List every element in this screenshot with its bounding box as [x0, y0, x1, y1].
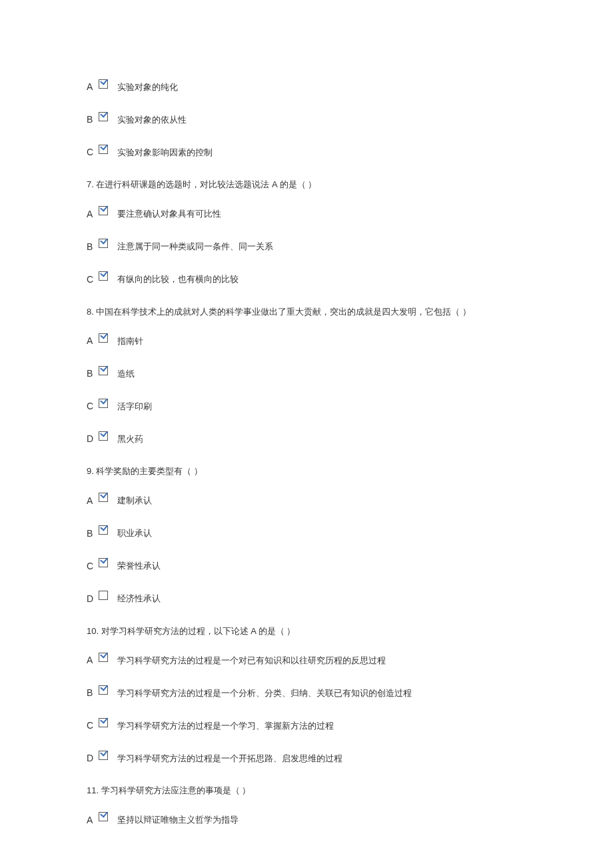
option-letter: A	[87, 813, 96, 827]
option-letter: C	[87, 559, 96, 573]
option-text: 实验对象的纯化	[117, 81, 178, 94]
question-text: 10. 对学习科学研究方法的过程，以下论述 A 的是（ ）	[87, 625, 526, 638]
option-row: A学习科学研究方法的过程是一个对已有知识和以往研究历程的反思过程	[87, 653, 526, 667]
option-letter: B	[87, 240, 96, 254]
checkbox-icon[interactable]	[99, 493, 108, 502]
checkbox-icon[interactable]	[99, 751, 108, 760]
checkbox-icon[interactable]	[99, 525, 108, 535]
option-letter: D	[87, 751, 96, 765]
option-row: A要注意确认对象具有可比性	[87, 207, 526, 221]
checkbox-icon[interactable]	[99, 206, 108, 215]
checkbox-icon[interactable]	[99, 399, 108, 408]
option-letter: C	[87, 273, 96, 287]
option-text: 指南针	[117, 335, 143, 348]
option-text: 学习科学研究方法的过程是一个开拓思路、启发思维的过程	[117, 752, 342, 765]
option-row: A坚持以辩证唯物主义哲学为指导	[87, 813, 526, 827]
question-text: 7. 在进行科研课题的选题时，对比较法选题说法 A 的是（ ）	[87, 178, 526, 191]
checkbox-icon[interactable]	[99, 812, 108, 821]
option-row: C活字印刷	[87, 399, 526, 413]
option-row: B注意属于同一种类或同一条件、同一关系	[87, 240, 526, 254]
option-row: A建制承认	[87, 494, 526, 508]
checkbox-icon[interactable]	[99, 431, 108, 441]
option-row: A指南针	[87, 334, 526, 348]
option-text: 荣誉性承认	[117, 559, 161, 573]
option-text: 学习科学研究方法的过程是一个分析、分类、归纳、关联已有知识的创造过程	[117, 687, 412, 700]
option-text: 实验对象的依从性	[117, 113, 187, 127]
option-text: 坚持以辩证唯物主义哲学为指导	[117, 813, 239, 827]
checkbox-icon[interactable]	[99, 685, 108, 695]
option-row: D学习科学研究方法的过程是一个开拓思路、启发思维的过程	[87, 751, 526, 765]
option-text: 要注意确认对象具有可比性	[117, 207, 221, 221]
option-row: C荣誉性承认	[87, 559, 526, 573]
checkbox-icon[interactable]	[99, 239, 108, 248]
option-letter: C	[87, 145, 96, 159]
question-text: 8. 中国在科学技术上的成就对人类的科学事业做出了重大贡献，突出的成就是四大发明…	[87, 305, 526, 319]
option-letter: A	[87, 80, 96, 94]
checkbox-icon[interactable]	[99, 271, 108, 281]
option-letter: A	[87, 207, 96, 221]
option-letter: B	[87, 527, 96, 541]
checkbox-icon[interactable]	[99, 558, 108, 567]
option-text: 注意属于同一种类或同一条件、同一关系	[117, 240, 273, 253]
option-letter: D	[87, 432, 96, 446]
option-text: 经济性承认	[117, 592, 161, 605]
option-letter: B	[87, 686, 96, 700]
option-letter: D	[87, 592, 96, 606]
checkbox-icon[interactable]	[99, 366, 108, 375]
option-row: B实验对象的依从性	[87, 113, 526, 127]
option-row: D经济性承认	[87, 592, 526, 606]
option-text: 造纸	[117, 367, 135, 381]
option-text: 实验对象影响因素的控制	[117, 146, 213, 159]
option-row: D黑火药	[87, 432, 526, 446]
option-row: C学习科学研究方法的过程是一个学习、掌握新方法的过程	[87, 719, 526, 733]
question-list: A实验对象的纯化B实验对象的依从性C实验对象影响因素的控制7. 在进行科研课题的…	[87, 80, 526, 827]
checkbox-icon[interactable]	[99, 79, 108, 89]
question-text: 9. 科学奖励的主要类型有（ ）	[87, 465, 526, 478]
checkbox-icon[interactable]	[99, 112, 108, 121]
option-row: C有纵向的比较，也有横向的比较	[87, 273, 526, 287]
option-row: B职业承认	[87, 527, 526, 541]
option-row: B学习科学研究方法的过程是一个分析、分类、归纳、关联已有知识的创造过程	[87, 686, 526, 700]
option-text: 有纵向的比较，也有横向的比较	[117, 273, 239, 286]
checkbox-icon[interactable]	[99, 333, 108, 343]
option-letter: C	[87, 399, 96, 413]
option-row: C实验对象影响因素的控制	[87, 145, 526, 159]
option-letter: A	[87, 494, 96, 508]
option-text: 活字印刷	[117, 400, 152, 413]
option-row: A实验对象的纯化	[87, 80, 526, 94]
option-text: 建制承认	[117, 494, 152, 507]
option-text: 黑火药	[117, 433, 143, 446]
option-letter: B	[87, 113, 96, 127]
option-letter: C	[87, 719, 96, 733]
option-text: 学习科学研究方法的过程是一个对已有知识和以往研究历程的反思过程	[117, 654, 386, 667]
option-letter: A	[87, 653, 96, 667]
question-text: 11. 学习科学研究方法应注意的事项是（ ）	[87, 784, 526, 797]
checkbox-icon[interactable]	[99, 591, 108, 600]
checkbox-icon[interactable]	[99, 653, 108, 662]
option-letter: A	[87, 334, 96, 348]
checkbox-icon[interactable]	[99, 718, 108, 727]
option-text: 学习科学研究方法的过程是一个学习、掌握新方法的过程	[117, 719, 334, 733]
option-letter: B	[87, 367, 96, 381]
option-row: B造纸	[87, 367, 526, 381]
checkbox-icon[interactable]	[99, 145, 108, 154]
option-text: 职业承认	[117, 527, 152, 540]
